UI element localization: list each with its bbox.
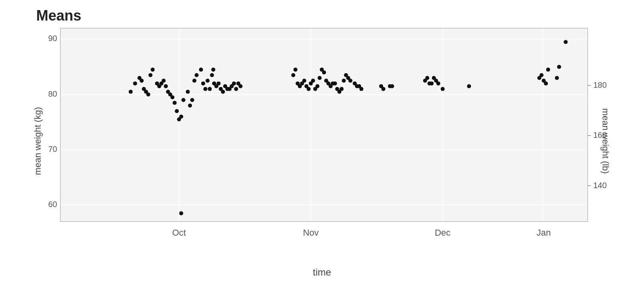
svg-point-45 — [182, 98, 186, 102]
svg-point-68 — [234, 87, 238, 91]
svg-point-123 — [564, 40, 568, 44]
svg-point-86 — [322, 70, 326, 75]
svg-point-30 — [146, 93, 150, 97]
svg-point-50 — [194, 73, 198, 77]
svg-point-114 — [441, 87, 445, 91]
svg-point-72 — [291, 73, 295, 77]
svg-text:Dec: Dec — [435, 228, 450, 238]
svg-point-95 — [342, 79, 346, 83]
chart-title: Means — [36, 7, 81, 24]
svg-point-31 — [149, 73, 153, 77]
svg-point-115 — [467, 84, 471, 88]
svg-point-104 — [381, 87, 385, 91]
svg-point-56 — [210, 73, 214, 77]
svg-text:80: 80 — [48, 89, 57, 98]
svg-point-67 — [232, 81, 236, 85]
svg-point-48 — [190, 98, 194, 102]
svg-point-55 — [208, 87, 212, 91]
svg-text:Nov: Nov — [303, 228, 319, 238]
svg-point-81 — [311, 79, 315, 83]
svg-point-60 — [217, 81, 221, 85]
svg-text:60: 60 — [48, 200, 57, 209]
svg-point-73 — [293, 68, 297, 72]
svg-point-119 — [544, 81, 548, 85]
svg-point-57 — [211, 68, 215, 72]
svg-text:Oct: Oct — [172, 228, 186, 238]
svg-point-46 — [186, 90, 190, 94]
svg-point-110 — [429, 81, 433, 85]
svg-point-83 — [316, 84, 320, 88]
svg-point-36 — [162, 79, 166, 83]
svg-point-113 — [436, 81, 440, 85]
svg-text:90: 90 — [48, 34, 57, 43]
svg-point-42 — [175, 109, 179, 113]
svg-point-49 — [192, 79, 196, 83]
svg-point-77 — [302, 79, 306, 83]
svg-point-84 — [318, 76, 322, 80]
svg-text:160: 160 — [593, 131, 607, 139]
svg-point-32 — [151, 68, 155, 72]
svg-point-41 — [173, 101, 177, 105]
svg-point-102 — [359, 87, 363, 91]
svg-point-122 — [557, 65, 561, 69]
svg-point-98 — [349, 79, 353, 83]
svg-point-121 — [555, 76, 559, 80]
svg-point-52 — [201, 81, 205, 85]
chart-container: Means mean weight (kg) mean weight (lb) … — [0, 0, 644, 282]
svg-point-108 — [425, 76, 429, 80]
svg-point-37 — [164, 84, 168, 88]
svg-point-79 — [307, 87, 311, 91]
svg-point-91 — [333, 81, 337, 85]
scatter-plot: 60708090OctNovDecJan140160180 — [32, 24, 612, 282]
svg-point-24 — [129, 90, 133, 94]
svg-text:Jan: Jan — [537, 228, 551, 238]
svg-text:180: 180 — [593, 81, 607, 89]
svg-point-40 — [170, 95, 174, 99]
svg-point-27 — [140, 79, 144, 83]
svg-rect-0 — [60, 28, 588, 222]
svg-point-106 — [390, 84, 394, 88]
svg-point-94 — [340, 87, 344, 91]
svg-point-62 — [221, 90, 225, 94]
svg-point-120 — [546, 68, 550, 72]
svg-point-51 — [199, 68, 203, 72]
svg-point-47 — [188, 104, 192, 108]
svg-point-71 — [179, 211, 183, 215]
svg-point-70 — [239, 84, 243, 88]
svg-point-25 — [133, 81, 137, 85]
svg-text:140: 140 — [593, 181, 607, 190]
svg-point-54 — [206, 79, 210, 83]
svg-point-53 — [203, 87, 207, 91]
svg-point-117 — [539, 73, 543, 77]
svg-point-44 — [179, 114, 183, 118]
svg-text:70: 70 — [48, 145, 57, 153]
